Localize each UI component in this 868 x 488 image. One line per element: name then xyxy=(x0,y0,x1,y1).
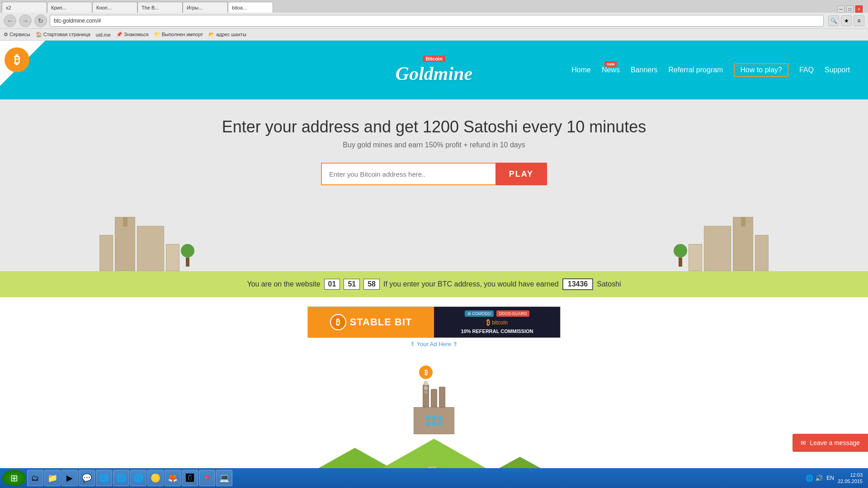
forward-button[interactable]: → xyxy=(19,14,32,27)
menu-button[interactable]: ≡ xyxy=(854,15,864,26)
taskbar-app-ie[interactable]: 🌐 xyxy=(130,470,146,486)
nav-referral[interactable]: Referral program xyxy=(669,66,723,74)
leave-message-label: Leave a message xyxy=(810,439,860,446)
tab-krip[interactable]: Крип... xyxy=(47,2,92,13)
ad-ref-text: 10% REFERRAL COMMISSION xyxy=(461,328,533,334)
news-badge: new xyxy=(604,61,617,67)
stats-text-middle: If you enter your BTC address, you would… xyxy=(383,280,559,288)
site-header: ₿ Bitcoin Goldmine Home News new Banners… xyxy=(0,41,868,99)
ad-stablebit-text: STABLE BIT xyxy=(350,316,412,328)
tab-igry[interactable]: Игры... xyxy=(183,2,228,13)
website: ₿ Bitcoin Goldmine Home News new Banners… xyxy=(0,41,868,488)
stats-satoshi-amount: 13436 xyxy=(562,278,594,290)
minimize-button[interactable]: ─ xyxy=(837,5,844,13)
taskbar: ⊞ 🗂 📁 ▶ 💬 🌐 🌐 🌐 🟡 🦊 🅾 🔻 💻 🌐 🔊 EN 12:03 2… xyxy=(0,468,868,488)
nav-how-to-play[interactable]: How to play? xyxy=(734,63,788,77)
bookmark-start[interactable]: 🏠 Стартовая страница xyxy=(36,32,90,38)
hero-title: Enter your address and get 1200 Satoshi … xyxy=(0,117,868,136)
maximize-button[interactable]: □ xyxy=(846,5,854,13)
nav-news[interactable]: News new xyxy=(602,66,620,74)
leave-message-button[interactable]: ✉ Leave a message xyxy=(793,434,868,452)
taskbar-app-firefox[interactable]: 🦊 xyxy=(165,470,181,486)
taskbar-clock: 12:03 22.05.2015 xyxy=(838,472,863,485)
ad-your-link[interactable]: ⇑ Your Ad Here ⇑ xyxy=(410,341,458,347)
ad-right-logos: ⊛ COMODO DDOS-GUARD xyxy=(465,310,530,317)
ad-section: ₿ STABLE BIT ⊛ COMODO DDOS-GUARD ₿ bitco… xyxy=(0,297,868,357)
mine-smokestack: ₿ xyxy=(419,366,433,394)
browser-toolbar: ← → ↻ 🔍 ★ ≡ xyxy=(0,13,868,29)
bookmark-address[interactable]: 📂 адрес шахты xyxy=(208,32,246,38)
start-button[interactable]: ⊞ xyxy=(2,470,26,486)
nav-faq[interactable]: FAQ xyxy=(799,66,814,74)
stats-bar: You are on the website 01 51 58 If you e… xyxy=(0,271,868,297)
logo-text: Bitcoin Goldmine xyxy=(396,56,472,84)
tab-x2[interactable]: x2 xyxy=(2,2,47,13)
taskbar-apps: 🗂 📁 ▶ 💬 🌐 🌐 🌐 🟡 🦊 🅾 🔻 💻 xyxy=(27,470,805,486)
hero-form: PLAY xyxy=(321,163,547,185)
bookmark-uidme[interactable]: uid.me xyxy=(96,32,111,38)
stats-time-seconds: 58 xyxy=(363,279,380,290)
close-button[interactable]: × xyxy=(855,5,863,13)
stats-time-hours: 01 xyxy=(324,279,340,290)
hero-subtitle: Buy gold mines and earn 150% profit + re… xyxy=(0,141,868,149)
nav-support[interactable]: Support xyxy=(825,66,850,74)
taskbar-app-chrome1[interactable]: 🌐 xyxy=(96,470,112,486)
network-icon: 🌐 xyxy=(806,474,813,482)
windows-logo-icon: ⊞ xyxy=(10,473,18,483)
ad-ddos-label: DDOS-GUARD xyxy=(496,310,530,317)
taskbar-app-chrome2[interactable]: 🌐 xyxy=(113,470,129,486)
taskbar-app-3[interactable]: ▶ xyxy=(61,470,78,486)
taskbar-app-torrent[interactable]: 🔻 xyxy=(199,470,215,486)
taskbar-app-skype[interactable]: 💬 xyxy=(79,470,95,486)
logo-corner: ₿ xyxy=(0,41,45,86)
tab-knop[interactable]: Кноп... xyxy=(92,2,137,13)
taskbar-app-cmd[interactable]: 💻 xyxy=(216,470,232,486)
mine-bitcoin-coin: ₿ xyxy=(419,366,433,379)
stats-text-before: You are on the website xyxy=(247,280,320,288)
taskbar-app-opera[interactable]: 🅾 xyxy=(182,470,198,486)
logo-goldmine: Goldmine xyxy=(396,63,472,84)
language-indicator[interactable]: EN xyxy=(826,475,834,481)
volume-icon: 🔊 xyxy=(815,474,823,482)
address-bar[interactable] xyxy=(50,15,824,27)
taskbar-right: 🌐 🔊 EN 12:03 22.05.2015 xyxy=(806,472,866,485)
taskbar-sys-icons: 🌐 🔊 xyxy=(806,474,823,482)
bitcoin-address-input[interactable] xyxy=(321,163,495,185)
bookmarks-bar: ⚙ Сервисы 🏠 Стартовая страница uid.me 📌 … xyxy=(0,29,868,41)
ad-bitcoin-label: bitcoin xyxy=(492,319,508,326)
taskbar-date-value: 22.05.2015 xyxy=(838,478,863,484)
taskbar-time-value: 12:03 xyxy=(838,472,863,478)
ad-stablebit[interactable]: ₿ STABLE BIT xyxy=(308,307,434,338)
ad-banner[interactable]: ₿ STABLE BIT ⊛ COMODO DDOS-GUARD ₿ bitco… xyxy=(307,306,561,338)
stats-time-minutes: 51 xyxy=(344,279,360,290)
browser-tab-bar: x2 Крип... Кноп... The B... Игры... bito… xyxy=(0,0,868,13)
bookmark-import[interactable]: 📁 Выполнен импорт xyxy=(154,32,203,38)
bookmark-star-button[interactable]: ★ xyxy=(841,15,852,26)
ad-bitcoin-symbol: ₿ xyxy=(486,319,490,327)
mine-smoke xyxy=(424,381,428,394)
nav-banners[interactable]: Banners xyxy=(631,66,658,74)
logo-corner-bitcoin: ₿ xyxy=(5,47,29,72)
tab-btcoa[interactable]: bitoa... xyxy=(228,2,273,13)
taskbar-app-yandex[interactable]: 🟡 xyxy=(147,470,164,486)
bookmark-znakomisya[interactable]: 📌 Знакомься xyxy=(116,32,149,38)
ad-right[interactable]: ⊛ COMODO DDOS-GUARD ₿ bitcoin 10% REFERR… xyxy=(434,307,560,338)
reload-button[interactable]: ↻ xyxy=(34,14,47,27)
taskbar-app-1[interactable]: 🗂 xyxy=(27,470,43,486)
taskbar-app-2[interactable]: 📁 xyxy=(44,470,61,486)
logo-bitcoin-label: Bitcoin xyxy=(423,56,445,62)
stats-text-after: Satoshi xyxy=(597,280,621,288)
bookmark-apps[interactable]: ⚙ Сервисы xyxy=(4,32,30,38)
hero-section: Enter your address and get 1200 Satoshi … xyxy=(0,99,868,271)
browser-chrome: x2 Крип... Кноп... The B... Игры... bito… xyxy=(0,0,868,41)
site-nav: Home News new Banners Referral program H… xyxy=(571,63,850,77)
play-button[interactable]: PLAY xyxy=(495,163,547,185)
envelope-icon: ✉ xyxy=(801,439,806,446)
tab-the-b[interactable]: The B... xyxy=(137,2,183,13)
ad-stablebit-icon: ₿ xyxy=(330,314,346,330)
city-illustration xyxy=(0,199,868,271)
back-button[interactable]: ← xyxy=(4,14,16,27)
nav-home[interactable]: Home xyxy=(571,66,591,74)
zoom-button[interactable]: 🔍 xyxy=(828,15,839,26)
ad-comodo-label: ⊛ COMODO xyxy=(465,310,494,317)
